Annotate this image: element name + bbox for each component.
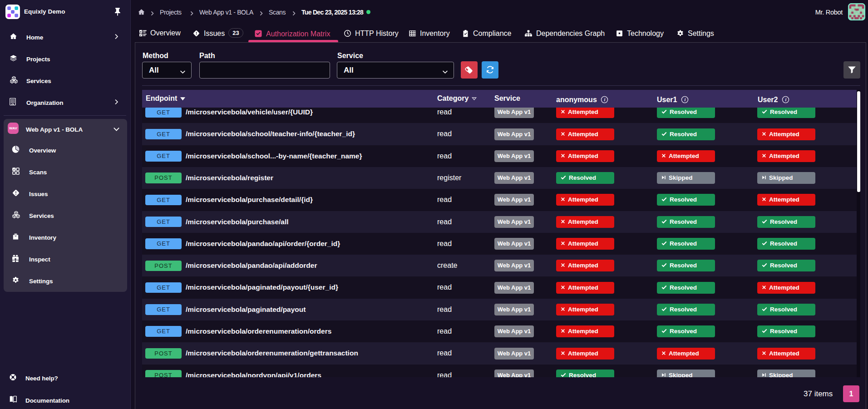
svg-text:i: i [684,97,686,102]
svg-text:i: i [785,97,786,102]
svg-text:i: i [604,97,606,102]
